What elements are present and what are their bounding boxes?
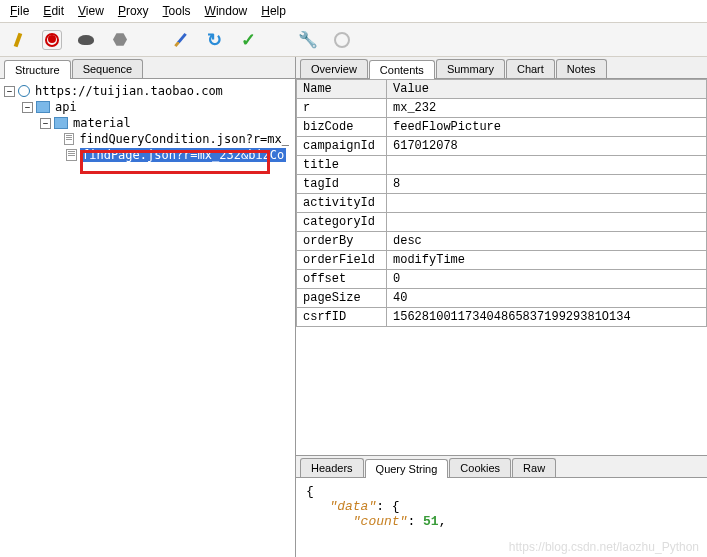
right-pane: Overview Contents Summary Chart Notes Na…: [296, 57, 707, 557]
menu-file[interactable]: FFileile: [4, 2, 35, 20]
tree-root[interactable]: − https://tuijian.taobao.com: [4, 83, 291, 99]
tree-view[interactable]: − https://tuijian.taobao.com − api − mat…: [0, 79, 295, 557]
collapse-icon[interactable]: −: [22, 102, 33, 113]
table-row[interactable]: pageSize40: [297, 289, 707, 308]
tree-label[interactable]: https://tuijian.taobao.com: [33, 84, 225, 98]
cell-value: [387, 156, 707, 175]
cell-name: categoryId: [297, 213, 387, 232]
document-icon: [64, 133, 75, 145]
menu-edit[interactable]: Edit: [37, 2, 70, 20]
tab-notes[interactable]: Notes: [556, 59, 607, 78]
cell-value: 0: [387, 270, 707, 289]
throttle-icon[interactable]: [76, 30, 96, 50]
cell-value: [387, 213, 707, 232]
cell-value: feedFlowPicture: [387, 118, 707, 137]
globe-icon: [18, 85, 30, 97]
cell-name: bizCode: [297, 118, 387, 137]
cell-name: tagId: [297, 175, 387, 194]
cell-value: 15628100117340486583719929381O134: [387, 308, 707, 327]
broom-icon[interactable]: [8, 30, 28, 50]
tree-label[interactable]: api: [53, 100, 79, 114]
menubar: FFileile Edit View Proxy Tools Window He…: [0, 0, 707, 23]
breakpoint-icon[interactable]: [110, 30, 130, 50]
folder-icon: [54, 117, 68, 129]
tab-structure[interactable]: Structure: [4, 60, 71, 79]
collapse-icon[interactable]: −: [4, 86, 15, 97]
record-icon[interactable]: [42, 30, 62, 50]
document-icon: [66, 149, 77, 161]
table-row[interactable]: categoryId: [297, 213, 707, 232]
tab-contents[interactable]: Contents: [369, 60, 435, 79]
params-table: Name Value rmx_232bizCodefeedFlowPicture…: [296, 79, 707, 327]
cell-value: 40: [387, 289, 707, 308]
table-row[interactable]: orderBydesc: [297, 232, 707, 251]
cell-name: pageSize: [297, 289, 387, 308]
folder-icon: [36, 101, 50, 113]
watermark: https://blog.csdn.net/laozhu_Python: [509, 540, 699, 554]
cell-name: csrfID: [297, 308, 387, 327]
cell-name: offset: [297, 270, 387, 289]
col-value[interactable]: Value: [387, 80, 707, 99]
json-preview[interactable]: { "data": { "count": 51, https://blog.cs…: [296, 478, 707, 557]
cell-name: orderField: [297, 251, 387, 270]
menu-tools[interactable]: Tools: [157, 2, 197, 20]
menu-window[interactable]: Window: [199, 2, 254, 20]
edit-icon[interactable]: [170, 30, 190, 50]
cell-name: title: [297, 156, 387, 175]
tab-sequence[interactable]: Sequence: [72, 59, 144, 78]
tools-icon[interactable]: 🔧: [298, 30, 318, 50]
tree-label[interactable]: material: [71, 116, 133, 130]
table-row[interactable]: orderFieldmodifyTime: [297, 251, 707, 270]
refresh-icon[interactable]: ↻: [204, 30, 224, 50]
tree-label[interactable]: findPage.json?r=mx_232&bizCo: [80, 148, 286, 162]
table-row[interactable]: campaignId617012078: [297, 137, 707, 156]
cell-name: r: [297, 99, 387, 118]
toolbar: ↻ ✓ 🔧: [0, 23, 707, 57]
cell-value: 8: [387, 175, 707, 194]
cell-value: desc: [387, 232, 707, 251]
settings-icon[interactable]: [332, 30, 352, 50]
tree-item[interactable]: findQueryCondition.json?r=mx_: [4, 131, 291, 147]
tab-summary[interactable]: Summary: [436, 59, 505, 78]
table-row[interactable]: bizCodefeedFlowPicture: [297, 118, 707, 137]
table-row[interactable]: csrfID15628100117340486583719929381O134: [297, 308, 707, 327]
table-row[interactable]: rmx_232: [297, 99, 707, 118]
tree-node-material[interactable]: − material: [4, 115, 291, 131]
menu-proxy[interactable]: Proxy: [112, 2, 155, 20]
subtab-query-string[interactable]: Query String: [365, 459, 449, 478]
left-pane: Structure Sequence − https://tuijian.tao…: [0, 57, 296, 557]
cell-value: 617012078: [387, 137, 707, 156]
table-row[interactable]: activityId: [297, 194, 707, 213]
col-name[interactable]: Name: [297, 80, 387, 99]
cell-value: [387, 194, 707, 213]
table-row[interactable]: offset0: [297, 270, 707, 289]
validate-icon[interactable]: ✓: [238, 30, 258, 50]
subtab-cookies[interactable]: Cookies: [449, 458, 511, 477]
menu-help[interactable]: Help: [255, 2, 292, 20]
table-row[interactable]: tagId8: [297, 175, 707, 194]
tree-item-selected[interactable]: findPage.json?r=mx_232&bizCo: [4, 147, 291, 163]
table-row[interactable]: title: [297, 156, 707, 175]
menu-view[interactable]: View: [72, 2, 110, 20]
tab-overview[interactable]: Overview: [300, 59, 368, 78]
tree-node-api[interactable]: − api: [4, 99, 291, 115]
cell-value: modifyTime: [387, 251, 707, 270]
cell-name: orderBy: [297, 232, 387, 251]
cell-name: activityId: [297, 194, 387, 213]
subtab-raw[interactable]: Raw: [512, 458, 556, 477]
collapse-icon[interactable]: −: [40, 118, 51, 129]
subtab-headers[interactable]: Headers: [300, 458, 364, 477]
tab-chart[interactable]: Chart: [506, 59, 555, 78]
tree-label[interactable]: findQueryCondition.json?r=mx_: [77, 132, 291, 146]
cell-name: campaignId: [297, 137, 387, 156]
cell-value: mx_232: [387, 99, 707, 118]
